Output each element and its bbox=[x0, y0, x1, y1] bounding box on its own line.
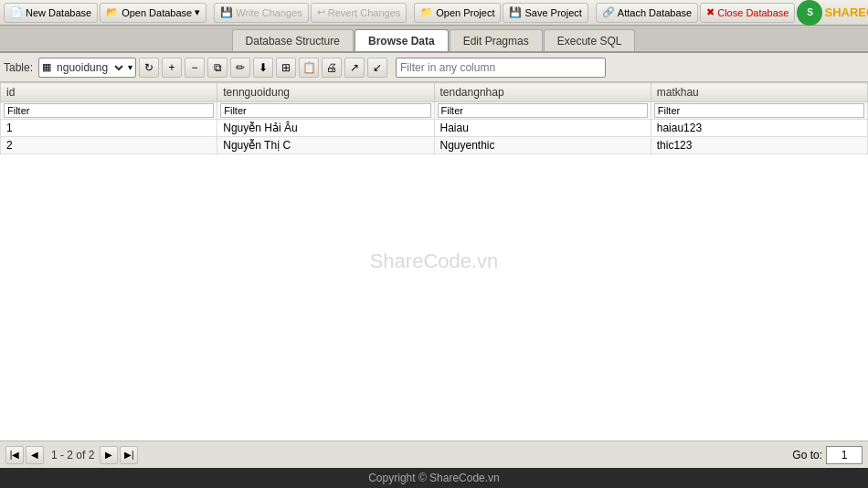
col-header-id[interactable]: id bbox=[1, 83, 217, 102]
revert-changes-button[interactable]: ↩ Revert Changes bbox=[311, 3, 408, 23]
new-database-button[interactable]: 📄 New Database bbox=[4, 3, 98, 23]
open-project-button[interactable]: 📁 Open Project bbox=[414, 3, 501, 23]
filter-cell-tendangnhap bbox=[434, 102, 651, 120]
attach-database-icon: 🔗 bbox=[602, 6, 615, 18]
refresh-button[interactable]: ↻ bbox=[139, 58, 159, 78]
revert-changes-icon: ↩ bbox=[317, 6, 325, 18]
cell-matkhau: thic123 bbox=[651, 137, 867, 154]
cell-tennguoidung: Nguyễn Thị C bbox=[217, 137, 434, 154]
copyright-bar: Copyright © ShareCode.vn bbox=[0, 468, 868, 488]
bottom-bar: |◀ ◀ 1 - 2 of 2 ▶ ▶| Go to: bbox=[0, 440, 868, 468]
write-changes-icon: 💾 bbox=[220, 6, 233, 18]
table-icon: ▦ bbox=[42, 61, 51, 73]
main-content: ShareCode.vn id tennguoidung tendangnhap… bbox=[0, 82, 868, 440]
cell-tennguoidung: Nguyễn Hải Âu bbox=[217, 120, 434, 137]
filter-cell-id bbox=[1, 102, 217, 120]
save-project-icon: 💾 bbox=[509, 6, 522, 18]
last-page-button[interactable]: ▶| bbox=[120, 446, 138, 464]
cell-matkhau: haiau123 bbox=[651, 120, 867, 137]
close-database-button[interactable]: ✖ Close Database bbox=[700, 3, 795, 23]
page-info: 1 - 2 of 2 bbox=[51, 449, 94, 461]
add-row-button[interactable]: + bbox=[162, 58, 182, 78]
filter-tennguoidung[interactable] bbox=[220, 103, 430, 118]
cell-id: 2 bbox=[1, 137, 217, 154]
cell-id: 1 bbox=[1, 120, 217, 137]
open-database-icon: 📂 bbox=[106, 6, 119, 18]
col-header-matkhau[interactable]: matkhau bbox=[651, 83, 867, 102]
table-row[interactable]: 1 Nguyễn Hải Âu Haiau haiau123 bbox=[1, 120, 868, 137]
column-filter-input[interactable] bbox=[396, 58, 606, 78]
table-select-arrow: ▾ bbox=[128, 62, 132, 72]
logo-circle: S bbox=[797, 0, 822, 26]
paste-button[interactable]: 📋 bbox=[299, 58, 319, 78]
import-button[interactable]: ↙ bbox=[367, 58, 387, 78]
edit-button[interactable]: ✏ bbox=[230, 58, 250, 78]
table-toolbar: Table: ▦ nguoidung ▾ ↻ + − ⧉ ✏ ⬇ ⊞ 📋 🖨 ↗… bbox=[0, 53, 868, 82]
copy-button[interactable]: ⊞ bbox=[276, 58, 296, 78]
table-body: 1 Nguyễn Hải Âu Haiau haiau123 2 Nguyễn … bbox=[1, 120, 868, 154]
main-toolbar: 📄 New Database 📂 Open Database ▾ 💾 Write… bbox=[0, 0, 868, 26]
prev-page-button[interactable]: ◀ bbox=[26, 446, 44, 464]
print-button[interactable]: 🖨 bbox=[322, 58, 342, 78]
goto-label: Go to: bbox=[792, 449, 822, 461]
delete-row-button[interactable]: − bbox=[185, 58, 205, 78]
cell-tendangnhap: Nguyenthic bbox=[434, 137, 651, 154]
goto-input[interactable] bbox=[826, 446, 863, 464]
save-project-button[interactable]: 💾 Save Project bbox=[503, 3, 587, 23]
write-changes-button[interactable]: 💾 Write Changes bbox=[214, 3, 309, 23]
attach-database-button[interactable]: 🔗 Attach Database bbox=[596, 3, 698, 23]
tab-database-structure[interactable]: Database Structure bbox=[232, 29, 354, 51]
filter-button[interactable]: ⬇ bbox=[253, 58, 273, 78]
data-table: id tennguoidung tendangnhap matkhau 1 Ng… bbox=[0, 82, 868, 154]
close-database-icon: ✖ bbox=[706, 6, 715, 18]
tab-bar: Database Structure Browse Data Edit Prag… bbox=[0, 26, 868, 53]
dropdown-arrow-icon: ▾ bbox=[195, 6, 200, 18]
duplicate-row-button[interactable]: ⧉ bbox=[207, 58, 228, 78]
col-header-tendangnhap[interactable]: tendangnhap bbox=[434, 83, 651, 102]
table-header-row: id tennguoidung tendangnhap matkhau bbox=[1, 83, 868, 102]
filter-matkhau[interactable] bbox=[654, 103, 864, 118]
watermark: ShareCode.vn bbox=[370, 249, 499, 273]
tab-edit-pragmas[interactable]: Edit Pragmas bbox=[450, 29, 543, 51]
filter-row bbox=[1, 102, 868, 120]
first-page-button[interactable]: |◀ bbox=[5, 446, 24, 464]
open-project-icon: 📁 bbox=[420, 6, 433, 18]
table-label: Table: bbox=[4, 61, 33, 74]
filter-id[interactable] bbox=[4, 103, 214, 118]
goto-area: Go to: bbox=[792, 446, 863, 464]
filter-cell-matkhau bbox=[651, 102, 867, 120]
new-database-icon: 📄 bbox=[10, 6, 23, 18]
logo-text: SHARECODE.vn bbox=[824, 5, 868, 19]
filter-cell-tennguoidung bbox=[217, 102, 434, 120]
tab-browse-data[interactable]: Browse Data bbox=[355, 29, 449, 51]
cell-tendangnhap: Haiau bbox=[434, 120, 651, 137]
col-header-tennguoidung[interactable]: tennguoidung bbox=[217, 83, 434, 102]
next-page-button[interactable]: ▶ bbox=[100, 446, 118, 464]
filter-tendangnhap[interactable] bbox=[438, 103, 648, 118]
tab-execute-sql[interactable]: Execute SQL bbox=[544, 29, 636, 51]
table-select[interactable]: nguoidung bbox=[53, 60, 126, 75]
open-database-button[interactable]: 📂 Open Database ▾ bbox=[100, 3, 206, 23]
table-select-wrap: ▦ nguoidung ▾ bbox=[38, 58, 136, 78]
logo: S SHARECODE.vn bbox=[797, 0, 868, 26]
export-button[interactable]: ↗ bbox=[344, 58, 365, 78]
copyright-text: Copyright © ShareCode.vn bbox=[368, 472, 500, 484]
table-row[interactable]: 2 Nguyễn Thị C Nguyenthic thic123 bbox=[1, 137, 868, 154]
